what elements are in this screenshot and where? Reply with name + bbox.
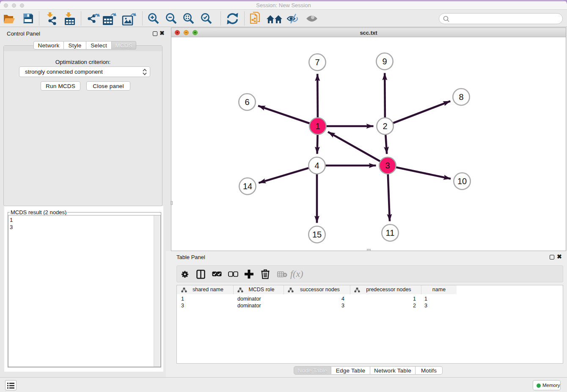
svg-text:2: 2 (383, 121, 387, 131)
svg-text:8: 8 (459, 92, 463, 102)
svg-text:11: 11 (386, 228, 395, 237)
svg-text:6: 6 (245, 97, 249, 107)
svg-text:1: 1 (315, 121, 320, 131)
svg-text:10: 10 (457, 177, 467, 186)
svg-text:14: 14 (243, 182, 252, 191)
svg-text:4: 4 (314, 161, 319, 170)
svg-text:7: 7 (315, 58, 319, 67)
svg-text:3: 3 (385, 161, 390, 170)
svg-text:15: 15 (312, 230, 322, 239)
svg-text:9: 9 (382, 57, 387, 66)
